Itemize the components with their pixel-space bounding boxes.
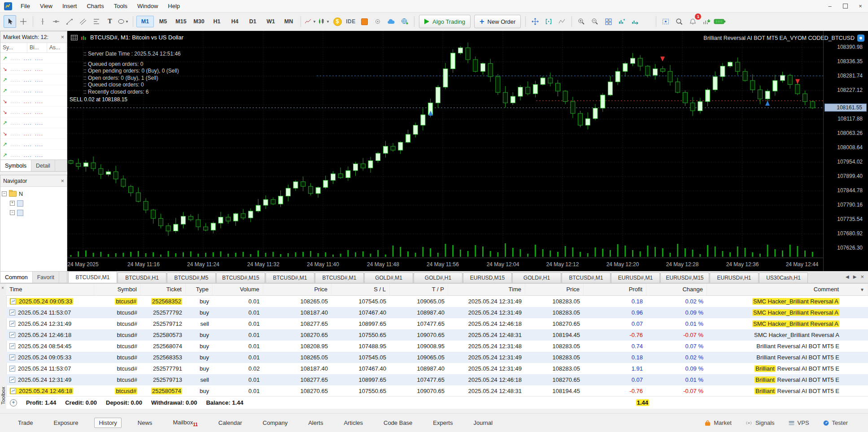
column-filter-icon[interactable]: ▼	[860, 287, 864, 292]
chart-menu-icon[interactable]	[71, 35, 78, 40]
menu-help[interactable]: Help	[163, 0, 185, 12]
menu-charts[interactable]: Charts	[82, 0, 109, 12]
timeframe-d1[interactable]: D1	[244, 16, 262, 27]
timeframe-w1[interactable]: W1	[262, 16, 279, 27]
column-header-ticket[interactable]: Ticket	[141, 284, 186, 295]
zoom-out-button[interactable]	[589, 15, 601, 28]
column-header-symbol[interactable]: Symbol	[94, 284, 141, 295]
column-header-change[interactable]: Change	[646, 284, 707, 295]
history-row[interactable]: 2025.05.24 12:46:18btcusd#252580573buy0.…	[6, 329, 868, 341]
chart-tab-1[interactable]: BTCUSD#,H1	[118, 272, 166, 283]
market-watch-row[interactable]: ↗.............	[0, 85, 67, 96]
indicators-button[interactable]: ▼	[318, 15, 330, 28]
zigzag-icon[interactable]	[556, 15, 568, 28]
history-row[interactable]: 2025.05.24 09:05:33btcusd#252568352buy0.…	[6, 296, 868, 307]
chart-tab-8[interactable]: EURUSD,M15	[463, 272, 512, 283]
chart-tab-0[interactable]: BTCUSD#,M1	[68, 271, 117, 283]
market-watch-tab-symbols[interactable]: Symbols	[0, 160, 31, 171]
vertical-line-button[interactable]	[36, 15, 49, 28]
market-watch-column-header[interactable]: Sy...	[0, 43, 27, 52]
menu-tools[interactable]: Tools	[109, 0, 132, 12]
menu-file[interactable]: File	[16, 0, 35, 12]
time-axis[interactable]: 24 May 202524 May 11:1624 May 11:2424 Ma…	[67, 258, 823, 272]
column-header-price[interactable]: Price	[263, 284, 331, 295]
collapse-icon[interactable]: −	[2, 191, 7, 196]
chart-tab-7[interactable]: GOLD#,H1	[414, 272, 462, 283]
auto-scroll-button[interactable]	[629, 15, 641, 28]
market-watch-row[interactable]: ↘.............	[0, 64, 67, 74]
toolbox-tab-articles[interactable]: Articles	[339, 418, 367, 428]
history-row[interactable]: 2025.05.24 11:53:07btcusd#252577792buy0.…	[6, 307, 868, 318]
horizontal-line-button[interactable]	[50, 15, 62, 28]
market-watch-row[interactable]: ↗.............	[0, 150, 67, 160]
toolbox-tab-calendar[interactable]: Calendar	[214, 418, 247, 428]
market-watch-row[interactable]: ↘.............	[0, 96, 67, 107]
navigator-item[interactable]: −	[10, 208, 65, 217]
column-header-type[interactable]: Type	[186, 284, 213, 295]
timeframe-m1[interactable]: M1	[136, 16, 154, 27]
market-watch-row[interactable]: ↗.............	[0, 117, 67, 128]
timeframe-h4[interactable]: H4	[226, 16, 244, 27]
notifications-bell-button[interactable]: 1	[686, 15, 699, 28]
close-icon[interactable]: ×	[860, 273, 864, 280]
trendline-button[interactable]	[63, 15, 76, 28]
collapse-icon[interactable]: −	[10, 210, 15, 215]
history-row[interactable]: 2025.05.24 08:54:45btcusd#252568074buy0.…	[6, 341, 868, 352]
timeframe-m5[interactable]: M5	[154, 16, 172, 27]
chart-type-button[interactable]: ▼	[304, 15, 317, 28]
menu-view[interactable]: View	[35, 0, 57, 12]
maximize-button[interactable]	[837, 0, 853, 12]
ide-button[interactable]: IDE	[345, 15, 357, 28]
market-watch-tab-detail[interactable]: Detail	[31, 160, 55, 171]
history-row[interactable]: 2025.05.24 11:53:07btcusd#252577791buy0.…	[6, 363, 868, 374]
status-market[interactable]: Market	[704, 419, 732, 426]
new-order-button[interactable]: +New Order	[474, 15, 521, 28]
status-signals[interactable]: Signals	[745, 419, 775, 426]
chart-tab-13[interactable]: EURUSD#,H1	[710, 272, 759, 283]
close-button[interactable]: ×	[853, 0, 868, 12]
record-icon[interactable]	[371, 15, 384, 28]
algo-trading-button[interactable]: Algo Trading	[419, 15, 471, 28]
history-header[interactable]: TimeSymbolTicketTypeVolumePriceS / LT / …	[6, 284, 868, 296]
text-tool-button[interactable]: T	[104, 15, 116, 28]
expand-icon[interactable]: +	[10, 201, 15, 206]
scroll-left-icon[interactable]: ◀	[846, 274, 849, 279]
dollar-icon[interactable]: $	[331, 15, 344, 28]
timeframe-m30[interactable]: M30	[190, 16, 208, 27]
toolbox-tab-code-base[interactable]: Code Base	[379, 418, 417, 428]
scroll-right-icon[interactable]: ▶	[853, 274, 857, 279]
chart-tab-6[interactable]: GOLD#,M1	[364, 272, 413, 283]
zoom-in-button[interactable]	[575, 15, 588, 28]
navigator-tab-common[interactable]: Common	[0, 272, 33, 283]
chart-tab-9[interactable]: GOLD#,H1	[512, 272, 561, 283]
chart-download-button[interactable]	[700, 15, 712, 28]
navigator-root[interactable]: − N	[2, 189, 65, 199]
history-row[interactable]: 2025.05.24 12:31:49btcusd#252579713sell0…	[6, 374, 868, 385]
market-watch-row[interactable]: ↗.............	[0, 74, 67, 85]
search-button[interactable]	[673, 15, 685, 28]
column-header-time[interactable]: Time	[448, 284, 525, 295]
tile-windows-button[interactable]	[602, 15, 615, 28]
chart-tab-14[interactable]: US30Cash,H1	[759, 272, 808, 283]
column-header-volume[interactable]: Volume	[213, 284, 263, 295]
toolbox-tab-trade[interactable]: Trade	[13, 418, 37, 428]
chart-tab-10[interactable]: BTCUSD#,M1	[562, 272, 611, 283]
close-icon[interactable]: ×	[59, 177, 64, 184]
menu-window[interactable]: Window	[132, 0, 163, 12]
market-watch-row[interactable]: ↘.............	[0, 107, 67, 117]
column-header-sl[interactable]: S / L	[331, 284, 390, 295]
chart-tab-5[interactable]: BTCUSD#,M1	[315, 272, 364, 283]
ea-icon[interactable]	[857, 35, 864, 42]
connection-status-icon[interactable]	[713, 15, 726, 28]
history-row[interactable]: 2025.05.24 12:46:18btcusd#252580574buy0.…	[6, 385, 868, 397]
market-watch-column-header[interactable]: As...	[47, 43, 66, 52]
column-header-price[interactable]: Price	[525, 284, 584, 295]
toolbox-tab-history[interactable]: History	[94, 418, 121, 428]
toolbox-tab-experts[interactable]: Experts	[428, 418, 457, 428]
object-snap-button[interactable]	[542, 15, 555, 28]
column-header-profit[interactable]: Profit	[584, 284, 646, 295]
toolbox-tab-company[interactable]: Company	[258, 418, 292, 428]
status-vps[interactable]: VPS	[788, 419, 809, 426]
toolbox-tab-journal[interactable]: Journal	[469, 418, 497, 428]
cursor-button[interactable]	[4, 15, 16, 28]
